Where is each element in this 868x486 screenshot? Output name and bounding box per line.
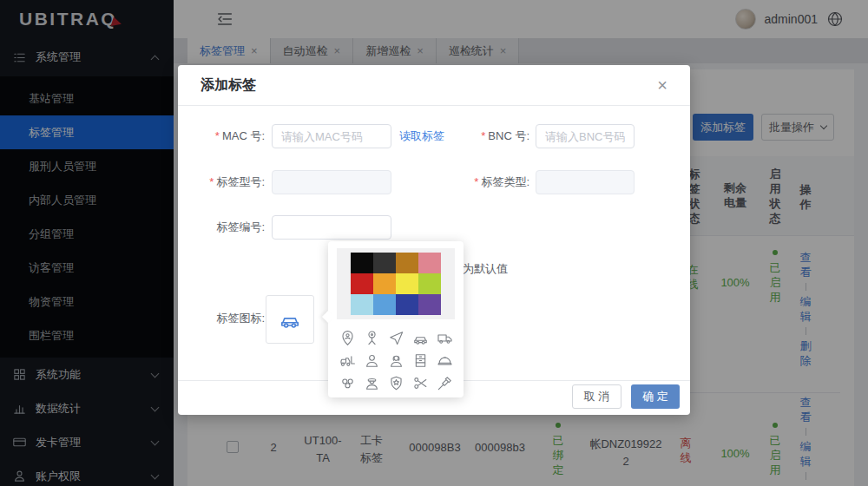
badge-icon[interactable] bbox=[384, 371, 408, 394]
modal-header: 添加标签 × bbox=[178, 65, 690, 106]
tag-model-label: *标签型号: bbox=[195, 170, 265, 194]
camera-pin-icon[interactable] bbox=[359, 326, 384, 349]
read-tag-link[interactable]: 读取标签 bbox=[399, 124, 444, 148]
tag-code-label: 标签编号: bbox=[195, 215, 265, 240]
tag-model-input[interactable] bbox=[272, 170, 391, 194]
scissors-icon[interactable] bbox=[408, 371, 432, 394]
color-palette-panel bbox=[337, 248, 455, 319]
circles-icon[interactable] bbox=[335, 371, 359, 394]
app-root: UBITRAQ 系统管理 基站管理 标签管理 服刑人员管理 内部人员管理 分组管… bbox=[0, 0, 868, 486]
color-swatch[interactable] bbox=[373, 294, 396, 315]
modal-title: 添加标签 bbox=[201, 76, 256, 95]
cabinet-icon[interactable] bbox=[408, 349, 432, 371]
color-swatch[interactable] bbox=[396, 273, 418, 294]
color-swatch[interactable] bbox=[396, 294, 418, 315]
color-swatch[interactable] bbox=[351, 273, 373, 294]
car-icon[interactable] bbox=[408, 326, 432, 349]
required-star: * bbox=[474, 175, 478, 188]
tag-icon-label: 标签图标: bbox=[195, 306, 265, 331]
icon-color-picker-popup bbox=[328, 241, 464, 397]
bnc-label: *BNC 号: bbox=[460, 124, 529, 148]
tag-type-input[interactable] bbox=[536, 170, 635, 194]
required-star: * bbox=[209, 175, 214, 188]
tag-code-input[interactable] bbox=[272, 215, 391, 240]
navigation-icon[interactable] bbox=[384, 326, 408, 349]
bnc-input[interactable] bbox=[536, 124, 635, 148]
color-swatch[interactable] bbox=[351, 253, 373, 273]
mac-label: *MAC 号: bbox=[195, 124, 265, 148]
tag-type-label: *标签类型: bbox=[460, 170, 529, 194]
icon-grid bbox=[335, 326, 457, 394]
color-swatch[interactable] bbox=[418, 294, 441, 315]
hammer-icon[interactable] bbox=[432, 371, 457, 394]
forklift-icon[interactable] bbox=[335, 349, 359, 371]
color-swatch[interactable] bbox=[373, 273, 396, 294]
color-palette bbox=[351, 253, 441, 315]
default-value-hint: 为默认值 bbox=[463, 261, 508, 277]
officer-icon[interactable] bbox=[359, 371, 384, 394]
cancel-button[interactable]: 取 消 bbox=[572, 384, 621, 409]
color-swatch[interactable] bbox=[418, 273, 441, 294]
person-pin-icon[interactable] bbox=[335, 326, 359, 349]
helmet-icon[interactable] bbox=[432, 349, 457, 371]
required-star: * bbox=[481, 129, 485, 142]
close-icon[interactable]: × bbox=[657, 76, 667, 94]
color-swatch[interactable] bbox=[396, 253, 418, 273]
color-swatch[interactable] bbox=[351, 294, 373, 315]
color-swatch[interactable] bbox=[418, 253, 441, 273]
color-swatch[interactable] bbox=[373, 253, 396, 273]
required-star: * bbox=[215, 129, 220, 142]
man-icon[interactable] bbox=[359, 349, 384, 371]
truck-icon[interactable] bbox=[432, 326, 457, 349]
car-icon bbox=[279, 308, 301, 331]
mac-input[interactable] bbox=[272, 124, 391, 148]
confirm-button[interactable]: 确 定 bbox=[631, 384, 680, 409]
woman-icon[interactable] bbox=[384, 349, 408, 371]
selected-icon-box[interactable] bbox=[266, 295, 314, 344]
